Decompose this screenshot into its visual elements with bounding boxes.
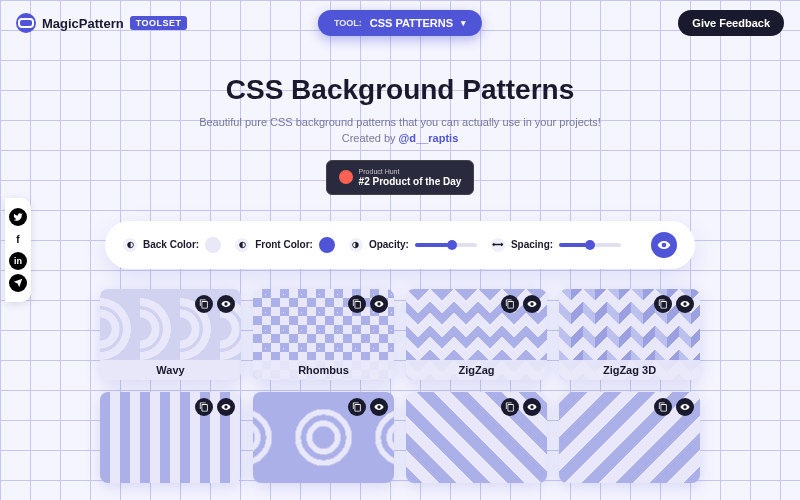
- tool-selector-label: TOOL:: [334, 18, 362, 28]
- front-color-control: ◐ Front Color:: [235, 237, 335, 253]
- eye-icon: [680, 299, 690, 309]
- social-share-bar: f in: [5, 198, 31, 302]
- controls-panel: ◐ Back Color: ◐ Front Color: ◑ Opacity: …: [105, 221, 695, 269]
- logo-text: MagicPattern: [42, 16, 124, 31]
- twitter-icon[interactable]: [9, 208, 27, 226]
- copy-icon: [352, 402, 362, 412]
- pattern-card[interactable]: [100, 392, 241, 483]
- eye-icon: [221, 402, 231, 412]
- ph-title: #2 Product of the Day: [359, 176, 462, 187]
- copy-button[interactable]: [654, 295, 672, 313]
- pattern-name: ZigZag: [406, 360, 547, 380]
- view-button[interactable]: [523, 295, 541, 313]
- pattern-name: Rhombus: [253, 360, 394, 380]
- pattern-name: Wavy: [100, 360, 241, 380]
- logo-group[interactable]: MagicPattern TOOLSET: [16, 13, 187, 33]
- copy-button[interactable]: [195, 295, 213, 313]
- view-button[interactable]: [217, 398, 235, 416]
- copy-icon: [199, 402, 209, 412]
- copy-icon: [505, 402, 515, 412]
- back-color-label: Back Color:: [143, 239, 199, 250]
- pattern-card[interactable]: ZigZag: [406, 289, 547, 380]
- front-color-swatch[interactable]: [319, 237, 335, 253]
- copy-icon: [658, 402, 668, 412]
- author-link[interactable]: @d__raptis: [399, 132, 459, 144]
- opacity-control: ◑ Opacity:: [349, 238, 477, 252]
- telegram-icon[interactable]: [9, 274, 27, 292]
- spacing-icon: ⟷: [491, 238, 505, 252]
- pattern-card[interactable]: [253, 392, 394, 483]
- linkedin-icon[interactable]: in: [9, 252, 27, 270]
- eye-icon: [527, 299, 537, 309]
- eye-icon: [374, 402, 384, 412]
- view-button[interactable]: [676, 398, 694, 416]
- copy-icon: [505, 299, 515, 309]
- copy-button[interactable]: [501, 398, 519, 416]
- credit-line: Created by @d__raptis: [20, 132, 780, 144]
- view-button[interactable]: [676, 295, 694, 313]
- back-color-control: ◐ Back Color:: [123, 237, 221, 253]
- eye-icon: [680, 402, 690, 412]
- opacity-label: Opacity:: [369, 239, 409, 250]
- logo-icon: [16, 13, 36, 33]
- pattern-card[interactable]: ZigZag 3D: [559, 289, 700, 380]
- tool-selector-dropdown[interactable]: TOOL: CSS PATTERNS ▾: [318, 10, 482, 36]
- ph-label: Product Hunt: [359, 168, 462, 176]
- spacing-control: ⟷ Spacing:: [491, 238, 621, 252]
- copy-button[interactable]: [195, 398, 213, 416]
- copy-icon: [199, 299, 209, 309]
- credit-prefix: Created by: [342, 132, 399, 144]
- product-hunt-badge[interactable]: Product Hunt #2 Product of the Day: [326, 160, 475, 195]
- page-title: CSS Background Patterns: [20, 74, 780, 106]
- front-color-label: Front Color:: [255, 239, 313, 250]
- view-button[interactable]: [370, 398, 388, 416]
- feedback-button[interactable]: Give Feedback: [678, 10, 784, 36]
- copy-button[interactable]: [348, 295, 366, 313]
- pattern-card[interactable]: Wavy: [100, 289, 241, 380]
- pattern-card[interactable]: [559, 392, 700, 483]
- preview-button[interactable]: [651, 232, 677, 258]
- copy-button[interactable]: [348, 398, 366, 416]
- opacity-icon: ◑: [349, 238, 363, 252]
- medal-icon: [339, 170, 353, 184]
- pattern-grid: WavyRhombusZigZagZigZag 3D: [0, 279, 800, 493]
- tool-selector-value: CSS PATTERNS: [370, 17, 453, 29]
- pattern-card[interactable]: [406, 392, 547, 483]
- facebook-icon[interactable]: f: [9, 230, 27, 248]
- view-button[interactable]: [370, 295, 388, 313]
- copy-button[interactable]: [654, 398, 672, 416]
- toolset-badge: TOOLSET: [130, 16, 188, 30]
- back-color-swatch[interactable]: [205, 237, 221, 253]
- opacity-slider[interactable]: [415, 243, 477, 247]
- eye-icon: [527, 402, 537, 412]
- pattern-card[interactable]: Rhombus: [253, 289, 394, 380]
- page-subtitle: Beautiful pure CSS background patterns t…: [20, 116, 780, 128]
- eye-icon: [221, 299, 231, 309]
- pattern-name: ZigZag 3D: [559, 360, 700, 380]
- spacing-label: Spacing:: [511, 239, 553, 250]
- chevron-down-icon: ▾: [461, 18, 466, 28]
- view-button[interactable]: [523, 398, 541, 416]
- palette-icon: ◐: [123, 238, 137, 252]
- eye-icon: [374, 299, 384, 309]
- copy-button[interactable]: [501, 295, 519, 313]
- copy-icon: [352, 299, 362, 309]
- view-button[interactable]: [217, 295, 235, 313]
- copy-icon: [658, 299, 668, 309]
- palette-icon: ◐: [235, 238, 249, 252]
- spacing-slider[interactable]: [559, 243, 621, 247]
- eye-icon: [657, 238, 671, 252]
